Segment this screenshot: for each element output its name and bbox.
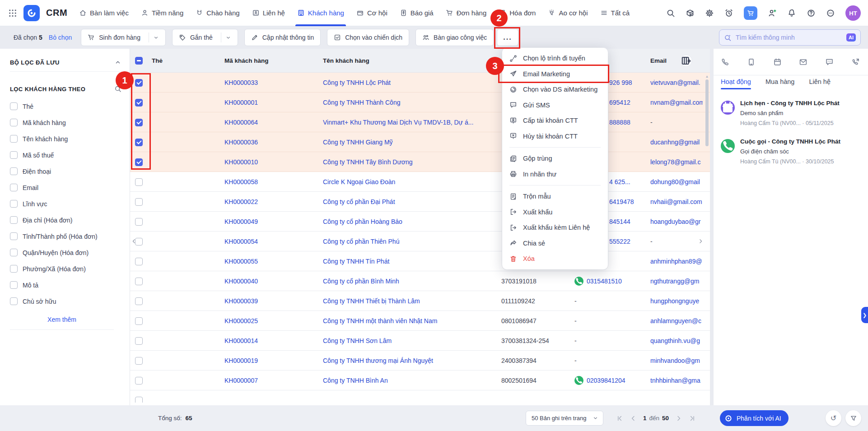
filter-checkbox[interactable]: [10, 184, 18, 191]
row-checkbox[interactable]: [135, 178, 143, 186]
detail-tab-mua-hang[interactable]: Mua hàng: [765, 78, 795, 89]
nav-tab-tiem-nang[interactable]: Tiềm năng: [141, 0, 183, 26]
smart-search-input[interactable]: [736, 34, 842, 41]
filter-item[interactable]: Chủ sở hữu: [10, 297, 121, 305]
filter-checkbox[interactable]: [10, 151, 18, 159]
cell-customer-code[interactable]: KH0000019: [224, 351, 258, 371]
cell-phone-partial[interactable]: 888888: [609, 112, 630, 132]
vertical-scrollbar[interactable]: ▲: [705, 74, 709, 146]
cell-phone-partial[interactable]: 845144: [609, 212, 630, 232]
more-icon[interactable]: [826, 9, 835, 18]
filter-item[interactable]: Thẻ: [10, 102, 121, 110]
row-checkbox[interactable]: [135, 297, 143, 305]
row-checkbox[interactable]: [135, 119, 143, 126]
nav-tab-tat-ca[interactable]: Tất cả: [600, 0, 630, 26]
cell-customer-code[interactable]: KH0000022: [224, 192, 258, 212]
cell-customer-name[interactable]: Công ty TNHH Bình An: [323, 371, 494, 390]
table-row[interactable]: KH0000049Công ty cổ phần Hoàng Bảo845144…: [130, 212, 710, 232]
cell-email[interactable]: nvhaii@gmail.com: [650, 192, 703, 212]
row-checkbox[interactable]: [135, 357, 143, 365]
phone-icon[interactable]: [721, 58, 729, 66]
filter-checkbox[interactable]: [10, 135, 18, 143]
cell-customer-name[interactable]: Công ty TNHH thương mại Ánh Nguyệt: [323, 351, 494, 371]
nav-tab-ban-lam-viec[interactable]: Bàn làm việc: [79, 0, 129, 26]
filter-item[interactable]: Email: [10, 184, 121, 191]
cell-customer-code[interactable]: KH0000025: [224, 311, 258, 331]
cell-customer-code[interactable]: KH0000064: [224, 112, 258, 132]
filter-checkbox[interactable]: [10, 281, 18, 289]
menu-item-cap-tai-khoan-ctt[interactable]: Cấp tài khoản CTT: [502, 113, 608, 129]
toolbar-button-chon-vao-chien-dich[interactable]: Chọn vào chiến dịch: [327, 29, 409, 46]
cell-email[interactable]: lelong78@gmail.c: [650, 152, 703, 172]
scrollbar-up-icon[interactable]: ▲: [705, 74, 709, 79]
table-row[interactable]: KH0000036Công ty TNHH Giang Mỹducanhng@g…: [130, 132, 710, 152]
cell-customer-name[interactable]: Công ty cổ phần Hoàng Bảo: [323, 212, 494, 232]
cell-customer-name[interactable]: Công ty TNHH Thành Công: [323, 93, 494, 112]
detail-tab-lien-he[interactable]: Liên hệ: [809, 78, 831, 89]
crm-logo[interactable]: [23, 5, 40, 21]
cell-customer-code[interactable]: KH0000007: [224, 371, 258, 390]
table-row[interactable]: KH0000055Công ty TNHH Tín Phátanhminhpha…: [130, 251, 710, 271]
table-row[interactable]: KH0000064Vinmart+ Khu Thương Mai Dịch Vụ…: [130, 112, 710, 132]
filter-checkbox[interactable]: [10, 249, 18, 256]
cell-customer-name[interactable]: Công ty TNHH một thành viên Nhật Nam: [323, 311, 494, 331]
row-checkbox[interactable]: [135, 278, 143, 285]
device-icon[interactable]: [747, 58, 756, 66]
expand-panel-handle[interactable]: ❯: [861, 307, 868, 323]
filter-checkbox[interactable]: [10, 167, 18, 175]
cell-email[interactable]: anhminhphan89@: [650, 251, 703, 271]
clear-selection-link[interactable]: Bỏ chọn: [49, 34, 72, 41]
cell-customer-code[interactable]: KH0000001: [224, 93, 258, 112]
filter-item[interactable]: Phường/Xã (Hóa đơn): [10, 265, 121, 273]
more-actions-button[interactable]: ...: [497, 29, 518, 46]
cell-phone-partial[interactable]: 926 998: [609, 73, 632, 93]
cell-email[interactable]: minhvandoo@gm: [650, 351, 703, 371]
cell-customer-name[interactable]: Công ty TNHH Thiết bị Thành Lâm: [323, 291, 494, 311]
nav-tab-don-hang[interactable]: Đơn hàng: [446, 0, 487, 26]
invite-user-icon[interactable]: [768, 9, 777, 18]
cell-email[interactable]: ngthutrangg@gm: [650, 271, 703, 291]
cell-customer-code[interactable]: KH0000014: [224, 331, 258, 351]
last-page-icon[interactable]: [689, 415, 696, 422]
row-checkbox[interactable]: [135, 99, 143, 107]
phone-out-icon[interactable]: [851, 58, 860, 66]
cell-email[interactable]: nvnam@gmail.com: [650, 93, 703, 112]
filter-item[interactable]: Mã số thuế: [10, 151, 121, 159]
show-more-link[interactable]: Xem thêm: [10, 316, 114, 330]
cell-customer-name[interactable]: Công ty TNHH Sơn Lâm: [323, 331, 494, 351]
undo-button[interactable]: ↺: [826, 410, 841, 426]
cell-email[interactable]: anhlamnguyen@c: [650, 311, 703, 331]
chevron-down-icon[interactable]: [153, 35, 159, 41]
chat-icon[interactable]: [825, 58, 834, 66]
table-row[interactable]: KH0000040Công ty cổ phần Bình Minh370319…: [130, 271, 710, 291]
table-row[interactable]: KH0000033Công ty TNHH Lộc Phát926 998vie…: [130, 73, 710, 93]
toolbar-button-ban-giao-cong-viec[interactable]: Bàn giao công việc: [415, 29, 494, 46]
toolbar-button-gan-the[interactable]: Gắn thẻ: [172, 29, 238, 46]
smart-search-box[interactable]: AI: [719, 29, 861, 46]
menu-item-xoa[interactable]: Xóa: [502, 251, 608, 267]
cell-email[interactable]: tnhhbinhan@gma: [650, 371, 703, 390]
chevron-down-icon[interactable]: [225, 35, 231, 41]
table-row[interactable]: KH0000007Công ty TNHH Bình An80025016940…: [130, 371, 710, 390]
nav-tab-lien-he[interactable]: Liên hệ: [252, 0, 285, 26]
table-row[interactable]: KH0000058Circle K Ngoại Giao Đoàn4 625..…: [130, 172, 710, 192]
app-grid-icon[interactable]: [8, 9, 17, 18]
filter-item[interactable]: Địa chỉ (Hóa đơn): [10, 216, 121, 224]
menu-item-gop-trung[interactable]: Gộp trùng: [502, 151, 608, 167]
cell-phone-partial[interactable]: 555222: [609, 232, 630, 251]
cell-email[interactable]: vietvuvan@gmail.: [650, 73, 703, 93]
search-icon[interactable]: [666, 9, 675, 18]
table-row[interactable]: KH0000019Công ty TNHH thương mại Ánh Ngu…: [130, 351, 710, 371]
user-avatar[interactable]: HT: [845, 5, 861, 21]
cell-customer-code[interactable]: KH0000033: [224, 73, 258, 93]
nav-tab-co-hoi[interactable]: Cơ hội: [356, 0, 387, 26]
scroll-right-icon[interactable]: [698, 238, 704, 244]
row-checkbox[interactable]: [135, 158, 143, 166]
menu-item-chia-se[interactable]: Chia sẻ: [502, 236, 608, 251]
table-row[interactable]: KH0000001Công ty TNHH Thành Công695412nv…: [130, 93, 710, 112]
help-icon[interactable]: [807, 9, 816, 18]
table-row[interactable]: KH0000025Công ty TNHH một thành viên Nhậ…: [130, 311, 710, 331]
page-size-select[interactable]: 50 Bản ghi trên trang: [526, 411, 603, 426]
cell-customer-name[interactable]: Công ty TNHH Tín Phát: [323, 251, 494, 271]
cell-customer-name[interactable]: Circle K Ngoại Giao Đoàn: [323, 172, 494, 192]
